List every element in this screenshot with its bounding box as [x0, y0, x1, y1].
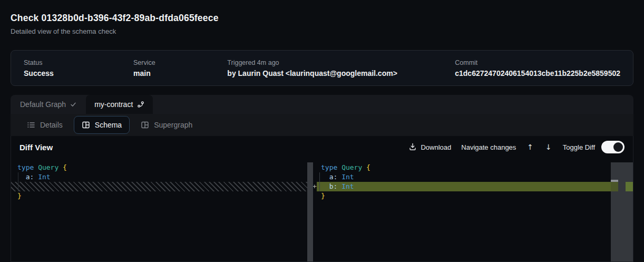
tab-my-contract[interactable]: my-contract [86, 95, 153, 114]
schema-check-page: Check 01328b0d-b396-43f2-89ab-dfda065fee… [0, 0, 644, 262]
tab-my-contract-label: my-contract [94, 100, 133, 109]
diff-view-title: Diff View [19, 143, 53, 152]
arrow-up-icon: ↑ [527, 143, 533, 151]
tab-details[interactable]: Details [19, 116, 71, 134]
download-button[interactable]: Download [408, 142, 451, 152]
tab-default-graph[interactable]: Default Graph [11, 95, 86, 114]
previous-change-button[interactable]: ↑ [526, 143, 534, 151]
left-scrollbar[interactable] [307, 162, 313, 262]
code-token: } [17, 192, 22, 200]
code-token: Query [38, 163, 58, 171]
diff-toolbar: Diff View Download Navigate changes [11, 136, 633, 158]
toggle-diff-control: Toggle Diff [563, 141, 625, 153]
toggle-knob [613, 142, 623, 152]
page-subtitle: Detailed view of the schema check [11, 27, 219, 35]
page-header: Check 01328b0d-b396-43f2-89ab-dfda065fee… [11, 13, 219, 35]
code-line: type Query { [17, 163, 307, 172]
code-line: a: Int [17, 172, 307, 182]
diff-pane-after[interactable]: type Query { a: Int b: Int } [317, 158, 611, 262]
next-change-button[interactable]: ↓ [544, 143, 553, 151]
code-line: type Query { [321, 163, 611, 172]
code-token: { [366, 163, 370, 171]
columns-icon [141, 121, 149, 129]
view-tabbar: Details Schema [11, 114, 633, 136]
status-field: Status Success [24, 59, 133, 77]
check-detail-panel: Default Graph my-contract [11, 95, 633, 262]
code-line-added: b: Int [321, 182, 611, 191]
diff-actions: Download Navigate changes ↑ ↓ Toggle Dif… [408, 141, 625, 153]
commit-value: c1dc62724702406154013cbe11b225b2e5859502 [455, 69, 620, 77]
triggered-label: Triggered 4m ago [227, 59, 455, 66]
code-token: type [321, 163, 337, 171]
code-token: a: [26, 173, 34, 181]
code-token: Int [341, 173, 354, 181]
status-value: Success [24, 69, 133, 77]
tab-details-label: Details [40, 121, 63, 129]
download-icon [408, 142, 417, 152]
triggered-field: Triggered 4m ago by Laurin Quast <laurin… [227, 59, 455, 77]
tab-default-graph-label: Default Graph [20, 100, 66, 109]
code-line: } [17, 191, 307, 201]
toggle-diff-label: Toggle Diff [563, 143, 595, 151]
code-token: } [321, 192, 325, 200]
code-token: type [17, 163, 34, 171]
tab-supergraph[interactable]: Supergraph [133, 116, 200, 134]
columns-icon [82, 121, 90, 129]
tab-supergraph-label: Supergraph [154, 121, 192, 129]
code-token: { [63, 163, 67, 171]
code-token: Int [341, 182, 354, 190]
contract-fork-icon [137, 101, 144, 108]
code-token: a: [329, 173, 338, 181]
service-label: Service [133, 59, 227, 66]
code-line [17, 182, 307, 191]
scrollbar-thumb[interactable] [611, 180, 618, 182]
toggle-diff-switch[interactable] [601, 141, 625, 153]
graph-tabbar: Default Graph my-contract [11, 95, 633, 114]
commit-field: Commit c1dc62724702406154013cbe11b225b2e… [455, 59, 620, 77]
navigate-changes-label: Navigate changes [461, 143, 516, 151]
service-field: Service main [133, 59, 227, 77]
code-line: } [321, 191, 611, 201]
code-token: b: [329, 182, 338, 190]
list-icon [27, 121, 35, 129]
schema-diff-editor: type Query { a: Int } type Query { a: In… [11, 158, 633, 262]
arrow-down-icon: ↓ [545, 143, 552, 151]
status-label: Status [24, 59, 133, 66]
code-line: a: Int [321, 172, 611, 182]
commit-label: Commit [455, 59, 620, 66]
check-icon [70, 101, 76, 108]
check-summary-card: Status Success Service main Triggered 4m… [11, 50, 633, 86]
right-scrollbar[interactable] [611, 162, 633, 262]
triggered-value: by Laurin Quast <laurinquast@googlemail.… [227, 69, 455, 77]
added-line-highlight-under-scrollbar [611, 182, 618, 191]
tab-schema-label: Schema [95, 121, 122, 129]
diff-pane-before[interactable]: type Query { a: Int } [11, 158, 307, 262]
download-label: Download [421, 143, 451, 151]
navigate-changes-button[interactable]: Navigate changes [461, 143, 516, 151]
overview-ruler-added-marker [626, 182, 633, 191]
code-token: Int [38, 173, 50, 181]
service-value: main [133, 69, 227, 77]
diff-card: Diff View Download Navigate changes [11, 136, 633, 262]
code-token: Query [341, 163, 362, 171]
page-title: Check 01328b0d-b396-43f2-89ab-dfda065fee… [11, 13, 219, 24]
tab-schema[interactable]: Schema [74, 116, 130, 134]
